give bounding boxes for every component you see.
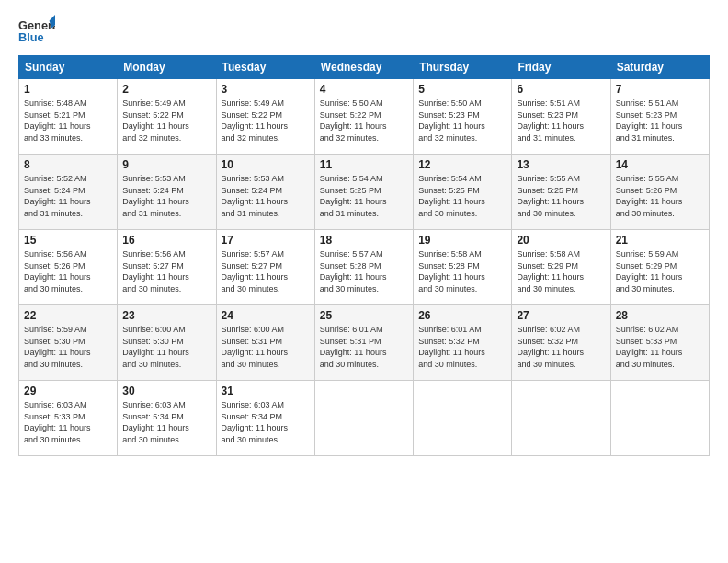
logo-icon: General Blue: [18, 15, 55, 48]
day-number: 21: [616, 234, 704, 247]
calendar-cell: 17Sunrise: 5:57 AMSunset: 5:27 PMDayligh…: [216, 230, 314, 305]
day-number: 31: [222, 385, 310, 397]
calendar-cell: 22Sunrise: 5:59 AMSunset: 5:30 PMDayligh…: [19, 305, 118, 381]
day-info: Sunrise: 5:55 AMSunset: 5:25 PMDaylight:…: [517, 173, 605, 219]
calendar-cell: 30Sunrise: 6:03 AMSunset: 5:34 PMDayligh…: [118, 381, 216, 456]
day-info: Sunrise: 6:03 AMSunset: 5:34 PMDaylight:…: [222, 399, 310, 445]
day-number: 15: [24, 234, 112, 247]
calendar-cell: 31Sunrise: 6:03 AMSunset: 5:34 PMDayligh…: [216, 381, 314, 456]
day-number: 14: [616, 158, 704, 171]
calendar-cell: 15Sunrise: 5:56 AMSunset: 5:26 PMDayligh…: [19, 230, 118, 305]
day-info: Sunrise: 5:48 AMSunset: 5:21 PMDaylight:…: [24, 98, 112, 144]
day-number: 6: [517, 83, 605, 96]
calendar-cell: 6Sunrise: 5:51 AMSunset: 5:23 PMDaylight…: [512, 79, 610, 155]
day-info: Sunrise: 6:01 AMSunset: 5:32 PMDaylight:…: [418, 324, 506, 370]
day-number: 22: [24, 309, 112, 322]
day-info: Sunrise: 5:53 AMSunset: 5:24 PMDaylight:…: [122, 173, 210, 219]
calendar-cell: [512, 381, 610, 456]
day-info: Sunrise: 5:57 AMSunset: 5:28 PMDaylight:…: [320, 248, 408, 294]
calendar-cell: 18Sunrise: 5:57 AMSunset: 5:28 PMDayligh…: [314, 230, 413, 305]
weekday-header: Sunday: [19, 56, 118, 79]
weekday-header: Thursday: [414, 56, 512, 79]
calendar-cell: 25Sunrise: 6:01 AMSunset: 5:31 PMDayligh…: [314, 305, 413, 381]
day-info: Sunrise: 5:54 AMSunset: 5:25 PMDaylight:…: [320, 173, 408, 219]
calendar-cell: 13Sunrise: 5:55 AMSunset: 5:25 PMDayligh…: [512, 155, 610, 230]
calendar-cell: [610, 381, 709, 456]
day-info: Sunrise: 5:58 AMSunset: 5:29 PMDaylight:…: [517, 248, 605, 294]
weekday-header: Friday: [512, 56, 610, 79]
day-number: 7: [616, 83, 704, 96]
day-info: Sunrise: 5:49 AMSunset: 5:22 PMDaylight:…: [122, 98, 210, 144]
day-info: Sunrise: 5:51 AMSunset: 5:23 PMDaylight:…: [517, 98, 605, 144]
day-number: 8: [24, 158, 112, 171]
day-info: Sunrise: 5:59 AMSunset: 5:30 PMDaylight:…: [24, 324, 112, 370]
weekday-header-row: SundayMondayTuesdayWednesdayThursdayFrid…: [19, 56, 710, 79]
calendar-cell: 21Sunrise: 5:59 AMSunset: 5:29 PMDayligh…: [610, 230, 709, 305]
day-number: 17: [222, 234, 310, 247]
day-number: 11: [320, 158, 408, 171]
calendar-cell: 2Sunrise: 5:49 AMSunset: 5:22 PMDaylight…: [118, 79, 216, 155]
day-info: Sunrise: 6:03 AMSunset: 5:34 PMDaylight:…: [122, 399, 210, 445]
day-info: Sunrise: 5:59 AMSunset: 5:29 PMDaylight:…: [616, 248, 704, 294]
day-number: 28: [616, 309, 704, 322]
logo: General Blue: [18, 15, 59, 48]
day-number: 1: [24, 83, 112, 96]
calendar-week-row: 15Sunrise: 5:56 AMSunset: 5:26 PMDayligh…: [19, 230, 710, 305]
calendar-cell: 14Sunrise: 5:55 AMSunset: 5:26 PMDayligh…: [610, 155, 709, 230]
weekday-header: Tuesday: [216, 56, 314, 79]
day-info: Sunrise: 5:50 AMSunset: 5:23 PMDaylight:…: [418, 98, 506, 144]
calendar-cell: 9Sunrise: 5:53 AMSunset: 5:24 PMDaylight…: [118, 155, 216, 230]
calendar-week-row: 8Sunrise: 5:52 AMSunset: 5:24 PMDaylight…: [19, 155, 710, 230]
day-number: 27: [517, 309, 605, 322]
calendar-cell: 29Sunrise: 6:03 AMSunset: 5:33 PMDayligh…: [19, 381, 118, 456]
day-info: Sunrise: 6:00 AMSunset: 5:30 PMDaylight:…: [122, 324, 210, 370]
day-number: 2: [122, 83, 210, 96]
calendar-table: SundayMondayTuesdayWednesdayThursdayFrid…: [18, 55, 710, 456]
day-number: 5: [418, 83, 506, 96]
calendar-cell: 1Sunrise: 5:48 AMSunset: 5:21 PMDaylight…: [19, 79, 118, 155]
calendar-cell: 23Sunrise: 6:00 AMSunset: 5:30 PMDayligh…: [118, 305, 216, 381]
calendar-cell: 27Sunrise: 6:02 AMSunset: 5:32 PMDayligh…: [512, 305, 610, 381]
calendar-cell: 4Sunrise: 5:50 AMSunset: 5:22 PMDaylight…: [314, 79, 413, 155]
day-info: Sunrise: 5:58 AMSunset: 5:28 PMDaylight:…: [418, 248, 506, 294]
calendar-cell: 26Sunrise: 6:01 AMSunset: 5:32 PMDayligh…: [414, 305, 512, 381]
calendar-cell: 16Sunrise: 5:56 AMSunset: 5:27 PMDayligh…: [118, 230, 216, 305]
calendar-cell: 20Sunrise: 5:58 AMSunset: 5:29 PMDayligh…: [512, 230, 610, 305]
day-number: 9: [122, 158, 210, 171]
day-number: 18: [320, 234, 408, 247]
day-number: 19: [418, 234, 506, 247]
day-info: Sunrise: 5:56 AMSunset: 5:27 PMDaylight:…: [122, 248, 210, 294]
calendar-cell: 28Sunrise: 6:02 AMSunset: 5:33 PMDayligh…: [610, 305, 709, 381]
weekday-header: Saturday: [610, 56, 709, 79]
weekday-header: Monday: [118, 56, 216, 79]
day-number: 20: [517, 234, 605, 247]
day-info: Sunrise: 5:52 AMSunset: 5:24 PMDaylight:…: [24, 173, 112, 219]
day-number: 13: [517, 158, 605, 171]
day-info: Sunrise: 5:55 AMSunset: 5:26 PMDaylight:…: [616, 173, 704, 219]
day-info: Sunrise: 5:51 AMSunset: 5:23 PMDaylight:…: [616, 98, 704, 144]
day-number: 10: [222, 158, 310, 171]
calendar-cell: 7Sunrise: 5:51 AMSunset: 5:23 PMDaylight…: [610, 79, 709, 155]
calendar-week-row: 1Sunrise: 5:48 AMSunset: 5:21 PMDaylight…: [19, 79, 710, 155]
day-info: Sunrise: 6:00 AMSunset: 5:31 PMDaylight:…: [222, 324, 310, 370]
day-info: Sunrise: 6:02 AMSunset: 5:32 PMDaylight:…: [517, 324, 605, 370]
calendar-cell: 8Sunrise: 5:52 AMSunset: 5:24 PMDaylight…: [19, 155, 118, 230]
day-info: Sunrise: 5:53 AMSunset: 5:24 PMDaylight:…: [222, 173, 310, 219]
day-info: Sunrise: 6:01 AMSunset: 5:31 PMDaylight:…: [320, 324, 408, 370]
day-info: Sunrise: 5:54 AMSunset: 5:25 PMDaylight:…: [418, 173, 506, 219]
calendar-cell: 12Sunrise: 5:54 AMSunset: 5:25 PMDayligh…: [414, 155, 512, 230]
day-number: 30: [122, 385, 210, 397]
calendar-week-row: 29Sunrise: 6:03 AMSunset: 5:33 PMDayligh…: [19, 381, 710, 456]
calendar-cell: [314, 381, 413, 456]
calendar-cell: 11Sunrise: 5:54 AMSunset: 5:25 PMDayligh…: [314, 155, 413, 230]
calendar-cell: 5Sunrise: 5:50 AMSunset: 5:23 PMDaylight…: [414, 79, 512, 155]
day-info: Sunrise: 5:56 AMSunset: 5:26 PMDaylight:…: [24, 248, 112, 294]
day-info: Sunrise: 6:03 AMSunset: 5:33 PMDaylight:…: [24, 399, 112, 445]
day-number: 23: [122, 309, 210, 322]
page: General Blue SundayMondayTuesdayWednesda…: [0, 0, 728, 563]
day-info: Sunrise: 5:49 AMSunset: 5:22 PMDaylight:…: [222, 98, 310, 144]
calendar-week-row: 22Sunrise: 5:59 AMSunset: 5:30 PMDayligh…: [19, 305, 710, 381]
day-number: 26: [418, 309, 506, 322]
calendar-cell: 19Sunrise: 5:58 AMSunset: 5:28 PMDayligh…: [414, 230, 512, 305]
day-number: 25: [320, 309, 408, 322]
